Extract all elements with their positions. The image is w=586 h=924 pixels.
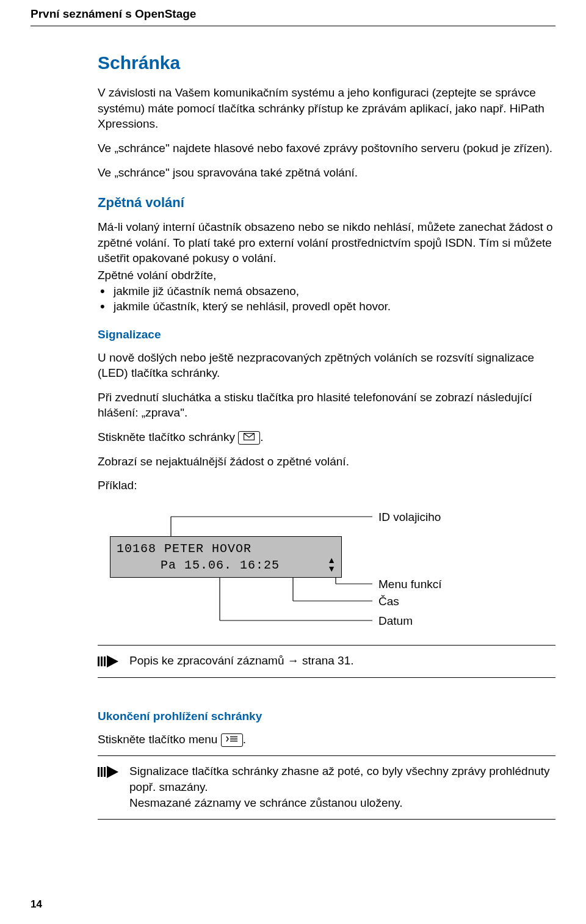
divider (98, 819, 555, 820)
svg-rect-18 (104, 767, 106, 777)
title-signalizace: Signalizace (98, 327, 555, 343)
svg-rect-9 (98, 657, 99, 666)
text: Popis ke zpracování záznamů (129, 654, 288, 667)
svg-rect-10 (101, 657, 103, 666)
phone-display: 10168 PETER HOVOR Pa 15.06. 16:25 ▲▼ (110, 536, 342, 578)
paragraph: Ve „schránce" najdete hlasové nebo faxov… (98, 140, 555, 156)
menu-button-icon (221, 733, 243, 747)
mailbox-button-icon (238, 431, 260, 445)
paragraph: Zpětné volání obdržíte, (98, 267, 555, 283)
paragraph: Má-li volaný interní účastník obsazeno n… (98, 219, 555, 266)
title-schranka: Schránka (98, 51, 555, 76)
paragraph: V závislosti na Vašem komunikačním systé… (98, 85, 555, 132)
divider (98, 645, 555, 646)
label-cas: Čas (378, 594, 399, 609)
updown-arrows-icon: ▲▼ (327, 556, 336, 573)
main-content: Schránka V závislosti na Vašem komunikač… (98, 51, 555, 820)
arrow-note-icon (98, 765, 118, 779)
note-text: Signalizace tlačítka schránky zhasne až … (129, 763, 555, 810)
label-priklad: Příklad: (98, 478, 555, 493)
svg-rect-16 (98, 767, 99, 777)
text: Stiskněte tlačítko menu (98, 733, 221, 746)
list-item: jakmile účastník, který se nehlásil, pro… (98, 299, 555, 315)
label-menu-funkci: Menu funkcí (378, 577, 442, 592)
bullet-list: jakmile již účastník nemá obsazeno, jakm… (98, 283, 555, 315)
paragraph: Zobrazí se nejaktuálnější žádost o zpětn… (98, 454, 555, 470)
svg-marker-12 (107, 655, 118, 668)
display-diagram: 10168 PETER HOVOR Pa 15.06. 16:25 ▲▼ ID … (98, 498, 555, 639)
title-ukonceni: Ukončení prohlížení schránky (98, 708, 555, 724)
page-header: První seznámení s OpenStage (31, 6, 555, 26)
note-row: Signalizace tlačítka schránky zhasne až … (98, 763, 555, 810)
svg-rect-17 (101, 767, 103, 777)
note-row: Popis ke zpracování záznamů → strana 31. (98, 653, 555, 669)
text: strana 31. (299, 654, 354, 667)
label-datum: Datum (378, 613, 413, 629)
note-text: Popis ke zpracování záznamů → strana 31. (129, 653, 555, 669)
svg-marker-19 (107, 766, 118, 778)
display-line-1: 10168 PETER HOVOR (117, 540, 335, 557)
paragraph: Stiskněte tlačítko menu . (98, 732, 555, 748)
text: . (260, 431, 263, 443)
arrow-note-icon (98, 654, 118, 669)
text: Stiskněte tlačítko schránky (98, 431, 238, 443)
paragraph: Ve „schránce" jsou spravována také zpětn… (98, 165, 555, 181)
paragraph: Stiskněte tlačítko schránky . (98, 429, 555, 445)
divider (98, 677, 555, 678)
svg-rect-11 (104, 657, 106, 666)
arrow-right-icon: → (288, 654, 299, 667)
divider (98, 755, 555, 756)
title-zpetna-volani: Zpětná volání (98, 194, 555, 212)
text: . (243, 733, 246, 746)
paragraph: U nově došlých nebo ještě nezpracovaných… (98, 350, 555, 381)
page-number: 14 (31, 898, 42, 912)
text: Pa 15.06. 16:25 (161, 558, 280, 572)
label-id-volajiciho: ID volajiciho (378, 509, 441, 525)
paragraph: Při zvednutí sluchátka a stisku tlačítka… (98, 390, 555, 421)
list-item: jakmile již účastník nemá obsazeno, (98, 283, 555, 299)
display-line-2: Pa 15.06. 16:25 ▲▼ (117, 557, 335, 573)
